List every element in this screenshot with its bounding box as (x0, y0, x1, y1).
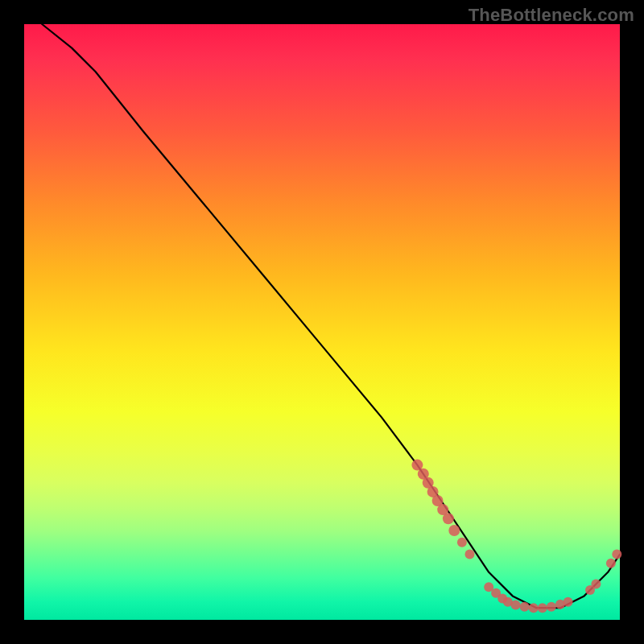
data-point (612, 550, 621, 559)
plot-area (24, 24, 620, 620)
data-point (547, 602, 556, 612)
data-point (520, 602, 530, 612)
data-point (457, 538, 467, 547)
data-point (443, 513, 454, 524)
data-point (564, 597, 573, 607)
watermark-text: TheBottleneck.com (469, 5, 634, 26)
data-point (606, 559, 616, 568)
data-point (448, 525, 460, 536)
data-points-group (411, 460, 621, 613)
chart-svg (24, 24, 620, 620)
bottleneck-curve (42, 24, 620, 608)
data-point (511, 601, 521, 610)
data-point (538, 603, 547, 613)
chart-stage: TheBottleneck.com (0, 0, 644, 644)
data-point (591, 580, 601, 589)
data-point (465, 550, 475, 559)
data-point (529, 603, 539, 613)
